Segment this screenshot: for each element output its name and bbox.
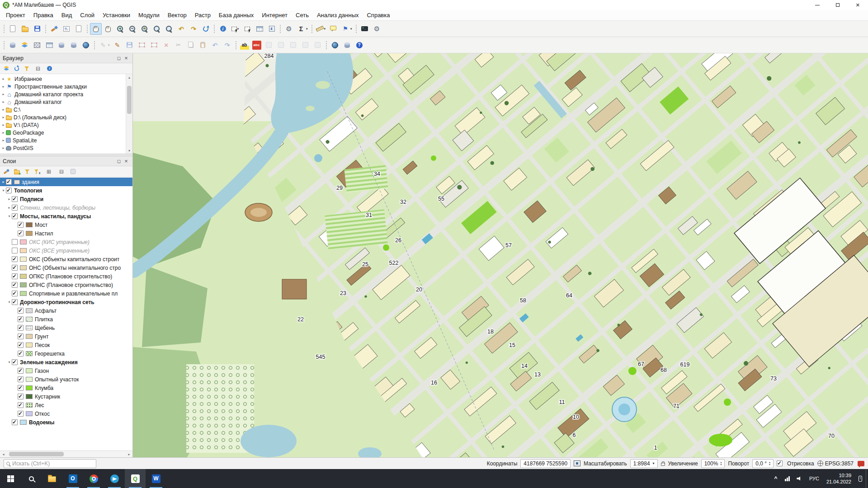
browser-item[interactable]: ▸Избранное — [1, 75, 125, 83]
field-calculator[interactable] — [266, 23, 278, 35]
layer-item[interactable]: ОНС (Объекты некапитального стро — [0, 263, 132, 272]
browser-item[interactable]: ▸C:\ — [1, 106, 125, 113]
show-layout-manager[interactable] — [61, 23, 72, 35]
rotate-label[interactable] — [300, 39, 311, 51]
float-panel-button[interactable] — [115, 158, 123, 165]
visibility-checkbox[interactable] — [12, 419, 18, 425]
highlight-pinned-labels[interactable] — [275, 39, 287, 51]
browser-item[interactable]: ▸V:\ (DATA) — [1, 121, 125, 129]
taskbar-file-explorer[interactable] — [42, 469, 62, 488]
zoom-out[interactable] — [127, 23, 138, 35]
layer-item[interactable]: ▸здания — [0, 178, 132, 186]
layer-item[interactable]: ▾Дорожно-тропиночная сеть — [0, 298, 132, 306]
messages-button[interactable] — [858, 461, 864, 466]
visibility-checkbox[interactable] — [18, 316, 24, 322]
layer-item[interactable]: Газон — [0, 366, 132, 375]
network-icon[interactable] — [782, 469, 793, 488]
visibility-checkbox[interactable] — [18, 333, 24, 339]
visibility-checkbox[interactable] — [18, 411, 24, 417]
map-svg[interactable]: 2843429553132262552220232254557586416181… — [133, 53, 868, 457]
expander-icon[interactable]: ▾ — [7, 214, 12, 218]
expander-icon[interactable]: ▸ — [7, 206, 12, 210]
menu-Растр[interactable]: Растр — [191, 10, 215, 20]
add-group[interactable] — [12, 167, 22, 176]
expander-icon[interactable]: ▾ — [1, 188, 6, 192]
visibility-checkbox[interactable] — [12, 291, 18, 296]
change-label[interactable] — [312, 39, 324, 51]
browser-item[interactable]: ▸Домашний каталог проекта — [1, 90, 125, 98]
add-virtual-layer[interactable] — [341, 39, 353, 51]
scrollbar-thumb[interactable] — [127, 86, 132, 114]
expander-icon[interactable]: ▸ — [1, 84, 6, 89]
add-spatialite-layer[interactable] — [68, 39, 80, 51]
browser-item[interactable]: ▸PostGIS — [1, 144, 125, 152]
expander-icon[interactable]: ▸ — [1, 77, 6, 81]
layer-item[interactable]: ▾Зеленые насаждения — [0, 358, 132, 366]
layer-item[interactable]: Георешетка — [0, 349, 132, 358]
save-layer-edits[interactable] — [124, 39, 136, 51]
pan-to-selection[interactable] — [102, 23, 114, 35]
close-panel-button[interactable] — [123, 158, 130, 165]
current-edits[interactable]: ▾ — [97, 39, 111, 51]
visibility-checkbox[interactable] — [18, 222, 24, 228]
undo[interactable] — [209, 39, 221, 51]
style-manager[interactable] — [48, 23, 60, 35]
layer-item[interactable]: ОПКС (Плановое строительство) — [0, 272, 132, 281]
map-canvas[interactable]: 2843429553132262552220232254557586416181… — [133, 53, 868, 457]
metasearch[interactable] — [329, 39, 341, 51]
layer-diagram[interactable] — [251, 39, 263, 51]
layer-item[interactable]: Опытный участок — [0, 375, 132, 384]
visibility-checkbox[interactable] — [12, 213, 18, 219]
chevron-down-icon[interactable]: ▾ — [108, 43, 110, 47]
taskbar-qgis[interactable] — [125, 469, 146, 488]
layer-item[interactable]: ▾Мосты, настилы, пандусы — [0, 212, 132, 221]
collapse-all[interactable] — [56, 167, 67, 176]
language-indicator[interactable]: РУС — [806, 469, 823, 488]
open-attribute-table[interactable] — [254, 23, 265, 35]
visibility-checkbox[interactable] — [12, 205, 18, 211]
layer-item[interactable]: Песок — [0, 341, 132, 349]
visibility-checkbox[interactable] — [18, 308, 24, 314]
expander-icon[interactable]: ▸ — [1, 108, 6, 112]
open-layer-styling[interactable] — [2, 167, 11, 176]
visibility-checkbox[interactable] — [18, 402, 24, 408]
python-console[interactable] — [359, 23, 371, 35]
visibility-checkbox[interactable] — [18, 376, 24, 382]
visibility-checkbox[interactable] — [18, 385, 24, 391]
expander-icon[interactable]: ▸ — [1, 138, 6, 142]
visibility-checkbox[interactable] — [18, 342, 24, 348]
new-print-layout[interactable] — [73, 23, 85, 35]
menu-Сеть[interactable]: Сеть — [292, 10, 313, 20]
toolbar-grip[interactable] — [3, 40, 5, 50]
rotation-spin[interactable]: 0,0 ° — [752, 459, 774, 468]
toolbar-grip[interactable] — [326, 40, 327, 50]
float-panel-button[interactable] — [115, 55, 123, 62]
layer-item[interactable]: Водоемы — [0, 418, 132, 427]
browser-item[interactable]: ▸Домашний каталог — [1, 98, 125, 106]
spin-arrows-icon[interactable] — [769, 461, 770, 466]
expand-all[interactable] — [43, 167, 55, 176]
move-label[interactable] — [288, 39, 299, 51]
add-polygon-feature[interactable] — [136, 39, 148, 51]
magnifier-spin[interactable]: 100% — [701, 459, 725, 468]
zoom-to-selection[interactable] — [151, 23, 163, 35]
options[interactable] — [371, 23, 383, 35]
layers-horizontal-scrollbar[interactable] — [0, 450, 132, 457]
toggle-editing[interactable] — [112, 39, 123, 51]
toolbar-grip[interactable] — [94, 40, 95, 50]
hidden-icons-button[interactable] — [770, 469, 781, 488]
visibility-checkbox[interactable] — [12, 239, 18, 245]
browser-item[interactable]: ▸SpatiaLite — [1, 136, 125, 144]
taskbar-chrome[interactable] — [83, 469, 104, 488]
help-contents[interactable] — [354, 39, 365, 51]
layer-item[interactable]: ▸Стенки, лестницы, бордюры — [0, 203, 132, 212]
add-postgis-layer[interactable] — [56, 39, 67, 51]
zoom-to-layer[interactable] — [163, 23, 175, 35]
render-checkbox[interactable]: Отрисовка — [777, 460, 814, 467]
show-desktop-button[interactable] — [866, 469, 868, 488]
minimize-button[interactable] — [807, 0, 827, 10]
menu-Анализ данных[interactable]: Анализ данных — [313, 10, 363, 20]
pan-map[interactable] — [90, 23, 102, 35]
visibility-checkbox[interactable] — [12, 299, 18, 305]
toolbar-grip[interactable] — [311, 24, 313, 34]
